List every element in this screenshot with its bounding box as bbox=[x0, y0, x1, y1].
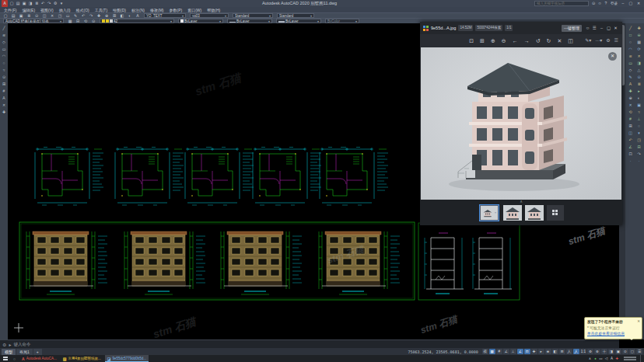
draw-tool-icon[interactable]: · bbox=[627, 158, 635, 165]
menu-item[interactable]: 格式(O) bbox=[75, 8, 89, 12]
infocenter-search-input[interactable] bbox=[534, 1, 589, 6]
menu-item[interactable]: 工具(T) bbox=[95, 8, 107, 12]
lock-ui-icon[interactable]: ▣ bbox=[615, 349, 621, 354]
thumbnail-1[interactable] bbox=[480, 205, 499, 221]
quick-properties-icon[interactable]: ◨ bbox=[608, 349, 614, 354]
modify-tool-icon[interactable]: ⊖ bbox=[635, 32, 643, 39]
modify-tool-icon[interactable]: ✕ bbox=[635, 53, 643, 60]
modify-tool-icon[interactable]: ≣ bbox=[635, 81, 643, 88]
tray-green-icon[interactable]: ● bbox=[593, 357, 598, 360]
polyline-icon[interactable]: ≋ bbox=[1, 32, 8, 38]
viewer-menu-icon[interactable]: ☰ bbox=[591, 22, 598, 34]
isolate-objects-icon[interactable]: ⊙ bbox=[622, 349, 628, 354]
zoom-out-icon[interactable]: ⊖ bbox=[502, 34, 506, 47]
rotate-left-icon[interactable]: ↺ bbox=[536, 34, 541, 47]
viewer-user-icon[interactable]: ☺ bbox=[584, 22, 591, 34]
modify-tool-icon[interactable]: ⊟ bbox=[635, 144, 643, 151]
draw-tool-icon[interactable]: ∠ bbox=[627, 144, 635, 151]
menu-item[interactable]: 帮助(H) bbox=[207, 8, 220, 12]
menu-item[interactable]: 文件(F) bbox=[4, 8, 16, 12]
annotation-visibility-icon[interactable]: 人 bbox=[566, 349, 572, 354]
transparency-icon[interactable]: ◧ bbox=[552, 349, 558, 354]
draw-tool-icon[interactable]: ⊕ bbox=[627, 95, 635, 102]
taskbar-folder[interactable]: ▨常用4套别墅图纸效... bbox=[61, 355, 103, 362]
tray-clock[interactable] bbox=[621, 357, 639, 360]
draw-tool-icon[interactable]: ✎ bbox=[627, 74, 635, 81]
tray-display-icon[interactable]: ▭ bbox=[598, 357, 604, 360]
draw-tool-icon[interactable]: ✚ bbox=[627, 88, 635, 95]
draw-tool-icon[interactable]: ○ bbox=[627, 39, 635, 46]
more-menu-icon[interactable]: ⋯▾ bbox=[595, 34, 602, 47]
modify-tool-icon[interactable]: ⊥ bbox=[635, 116, 643, 123]
new-file-icon[interactable]: ▢ bbox=[9, 0, 15, 7]
image-close-icon[interactable]: ✕ bbox=[608, 52, 617, 61]
hatch-icon[interactable]: # bbox=[1, 88, 8, 94]
start-button[interactable] bbox=[2, 355, 9, 362]
menu-item[interactable]: 插入(I) bbox=[59, 8, 71, 12]
modify-tool-icon[interactable]: ≈ bbox=[635, 109, 643, 116]
draw-tool-icon[interactable]: ◫ bbox=[627, 130, 635, 137]
draw-tool-icon[interactable]: ◇ bbox=[627, 67, 635, 74]
tray-ime-icon[interactable]: A bbox=[609, 357, 614, 360]
infer-icon[interactable]: ∠ bbox=[503, 349, 509, 354]
line-icon[interactable]: ╱ bbox=[1, 25, 8, 31]
show-desktop-button[interactable] bbox=[640, 355, 642, 362]
annotation-scale[interactable]: 1:1 bbox=[580, 349, 586, 354]
graphics-perf-icon[interactable]: ▢ bbox=[629, 349, 635, 354]
user-icon[interactable]: ☺ bbox=[597, 0, 603, 7]
viewer-minimize-icon[interactable]: – bbox=[598, 22, 605, 34]
polar-icon[interactable]: ∠ bbox=[517, 349, 523, 354]
text-icon[interactable]: A bbox=[1, 95, 8, 101]
model-space-icon[interactable]: 模 bbox=[482, 349, 488, 354]
dynamic-input-icon[interactable]: ▸ bbox=[538, 349, 544, 354]
otrack-icon[interactable]: ✚ bbox=[531, 349, 537, 354]
command-line[interactable]: ⚙ ▸ 键入命令 bbox=[0, 339, 619, 348]
notification-close-icon[interactable]: ✕ bbox=[637, 318, 640, 324]
tray-volume-icon[interactable]: ◁ bbox=[604, 357, 609, 360]
fit-icon[interactable]: ⊞ bbox=[480, 34, 485, 47]
modify-tool-icon[interactable]: ↷ bbox=[635, 151, 643, 158]
search-icon[interactable]: ⊙ bbox=[590, 0, 597, 7]
draw-tool-icon[interactable]: ⟲ bbox=[627, 109, 635, 116]
workspace-icon[interactable]: ⚙ bbox=[52, 0, 58, 7]
thumbnail-grid-view-icon[interactable] bbox=[547, 205, 564, 221]
modify-tool-icon[interactable]: · bbox=[635, 158, 643, 165]
edit-menu-icon[interactable]: ✎▾ bbox=[585, 34, 591, 47]
copy-icon[interactable]: ◫ bbox=[568, 34, 573, 47]
redo-icon[interactable]: ↷ bbox=[46, 0, 52, 7]
close-icon[interactable]: ✕ bbox=[635, 0, 642, 7]
ortho-icon[interactable]: ⊥ bbox=[510, 349, 516, 354]
menu-item[interactable]: 窗口(W) bbox=[187, 8, 201, 12]
rotate-right-icon[interactable]: ↻ bbox=[547, 34, 551, 47]
rectangle-icon[interactable]: ▭ bbox=[1, 46, 8, 52]
draw-tool-icon[interactable]: ⊡ bbox=[627, 151, 635, 158]
modify-tool-icon[interactable]: ◨ bbox=[635, 60, 643, 67]
polygon-icon[interactable]: ◇ bbox=[1, 39, 8, 45]
arc-icon[interactable]: ◠ bbox=[1, 53, 8, 59]
erase-icon[interactable]: ✕ bbox=[1, 102, 8, 108]
draw-tool-icon[interactable]: ◠ bbox=[627, 46, 635, 53]
tray-security-icon[interactable]: ✚ bbox=[614, 357, 620, 360]
thumbnail-collapse-icon[interactable]: ∧ bbox=[520, 200, 523, 204]
grid-icon[interactable]: ▦ bbox=[489, 349, 495, 354]
qat-dropdown-icon[interactable]: ▾ bbox=[58, 0, 65, 7]
viewer-close-icon[interactable]: ✕ bbox=[612, 22, 619, 34]
lineweight-icon[interactable]: ≣ bbox=[545, 349, 551, 354]
viewer-restore-icon[interactable]: ▢ bbox=[605, 22, 612, 34]
menu-item[interactable]: 绘图(D) bbox=[113, 8, 126, 12]
draw-tool-icon[interactable]: A bbox=[627, 81, 635, 88]
restore-icon[interactable]: ▢ bbox=[627, 0, 635, 7]
plot-icon[interactable]: ≣ bbox=[33, 0, 40, 7]
save-icon[interactable]: ▣ bbox=[21, 0, 27, 7]
fullscreen-icon[interactable]: ⊡ bbox=[469, 34, 474, 47]
tray-expand-icon[interactable]: ∧ bbox=[587, 357, 593, 360]
spline-icon[interactable]: ≈ bbox=[1, 67, 8, 73]
settings-icon[interactable]: ⚙ bbox=[606, 34, 610, 47]
taskbar-viewer[interactable]: ◪9e55dc5779dd0b5d... bbox=[105, 355, 149, 362]
draw-tool-icon[interactable]: □ bbox=[627, 32, 635, 39]
command-customize-icon[interactable]: ⚙ bbox=[2, 342, 6, 347]
draw-tool-icon[interactable]: ▭ bbox=[627, 60, 635, 67]
modify-tool-icon[interactable]: ▾ bbox=[635, 130, 643, 137]
open-file-icon[interactable]: ▤ bbox=[15, 0, 21, 7]
modify-tool-icon[interactable]: △ bbox=[635, 67, 643, 74]
